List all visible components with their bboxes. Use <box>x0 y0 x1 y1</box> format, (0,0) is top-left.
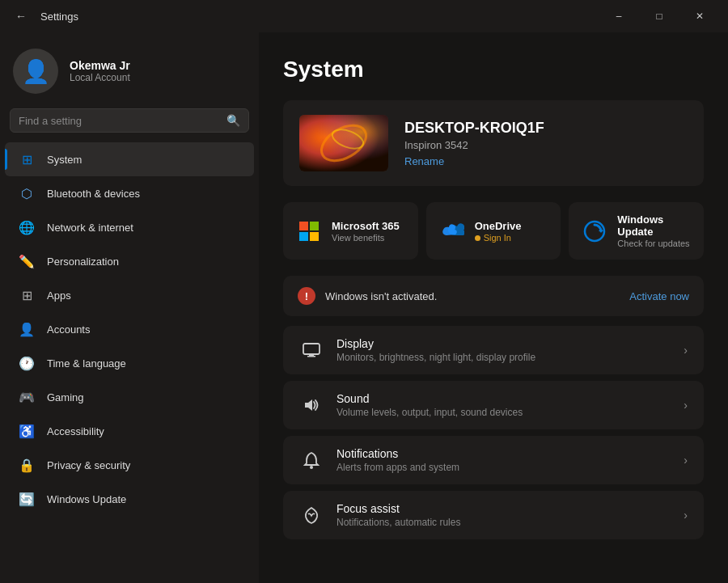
app-title: Settings <box>40 11 78 23</box>
sidebar-label-gaming: Gaming <box>47 391 84 403</box>
activation-message: Windows isn't activated. <box>325 290 437 302</box>
display-text: Display Monitors, brightness, night ligh… <box>336 337 671 363</box>
svg-point-14 <box>310 466 313 469</box>
activation-banner: ! Windows isn't activated. Activate now <box>283 276 704 316</box>
sidebar-label-windowsupdate: Windows Update <box>47 493 126 505</box>
sidebar-item-apps[interactable]: ⊞ Apps <box>5 278 254 312</box>
back-button[interactable]: ← <box>10 5 32 27</box>
svg-rect-5 <box>310 222 319 230</box>
sidebar-item-bluetooth[interactable]: ⬡ Bluetooth & devices <box>5 176 254 210</box>
sidebar-item-time[interactable]: 🕐 Time & language <box>5 346 254 380</box>
sidebar-item-accessibility[interactable]: ♿ Accessibility <box>5 414 254 448</box>
title-bar-left: ← Settings <box>10 5 78 27</box>
quick-links: Microsoft 365 View benefits OneDrive Sig… <box>283 202 704 260</box>
sidebar-item-gaming[interactable]: 🎮 Gaming <box>5 380 254 414</box>
sidebar-label-privacy: Privacy & security <box>47 459 130 471</box>
quicklink-windowsupdate[interactable]: Windows Update Check for updates <box>569 202 704 260</box>
device-model: Inspiron 3542 <box>404 139 544 151</box>
apps-icon: ⊞ <box>18 286 36 304</box>
accessibility-icon: ♿ <box>18 422 36 440</box>
sidebar-label-system: System <box>47 154 82 166</box>
content-area: System <box>259 32 728 583</box>
search-icon[interactable]: 🔍 <box>226 114 240 127</box>
notifications-subtitle: Alerts from apps and system <box>336 462 671 473</box>
user-icon: 👤 <box>22 58 50 85</box>
svg-rect-11 <box>309 354 314 356</box>
device-thumbnail <box>299 115 388 171</box>
sidebar-item-windowsupdate[interactable]: 🔄 Windows Update <box>5 482 254 516</box>
sidebar-label-accounts: Accounts <box>47 323 90 336</box>
rename-button[interactable]: Rename <box>404 155 544 167</box>
window-controls: – □ ✕ <box>600 3 718 29</box>
windowsupdate-ql-info: Windows Update Check for updates <box>617 213 691 248</box>
sound-text: Sound Volume levels, output, input, soun… <box>336 392 671 418</box>
minimize-button[interactable]: – <box>600 3 637 29</box>
search-container: 🔍 <box>0 108 259 142</box>
notifications-title: Notifications <box>336 447 671 460</box>
settings-row-focusassist[interactable]: Focus assist Notifications, automatic ru… <box>283 491 704 539</box>
focusassist-title: Focus assist <box>336 502 671 515</box>
notifications-text: Notifications Alerts from apps and syste… <box>336 447 671 473</box>
sidebar-item-privacy[interactable]: 🔒 Privacy & security <box>5 448 254 482</box>
sidebar-item-network[interactable]: 🌐 Network & internet <box>5 210 254 244</box>
sidebar-item-personalization[interactable]: ✏️ Personalization <box>5 244 254 278</box>
device-name: DESKTOP-KROIQ1F <box>404 120 544 137</box>
microsoft365-title: Microsoft 365 <box>332 220 400 232</box>
sidebar-nav: ⊞ System ⬡ Bluetooth & devices 🌐 Network… <box>0 142 259 516</box>
sidebar: 👤 Okemwa Jr Local Account 🔍 ⊞ System ⬡ B… <box>0 32 259 583</box>
maximize-button[interactable]: □ <box>641 3 678 29</box>
activate-now-button[interactable]: Activate now <box>629 290 689 302</box>
windowsupdate-ql-title: Windows Update <box>617 213 691 238</box>
settings-row-notifications[interactable]: Notifications Alerts from apps and syste… <box>283 436 704 484</box>
windowsupdate-ql-icon <box>582 218 607 244</box>
focusassist-text: Focus assist Notifications, automatic ru… <box>336 502 671 528</box>
device-info: DESKTOP-KROIQ1F Inspiron 3542 Rename <box>404 120 544 167</box>
quicklink-microsoft365[interactable]: Microsoft 365 View benefits <box>283 202 418 260</box>
display-icon <box>299 338 324 362</box>
quicklink-onedrive[interactable]: OneDrive Sign In <box>426 202 561 260</box>
device-card: DESKTOP-KROIQ1F Inspiron 3542 Rename <box>283 100 704 186</box>
display-subtitle: Monitors, brightness, night light, displ… <box>336 352 671 363</box>
system-icon: ⊞ <box>18 150 36 168</box>
title-bar: ← Settings – □ ✕ <box>0 0 728 32</box>
microsoft365-sub: View benefits <box>332 233 400 243</box>
svg-rect-12 <box>307 356 315 357</box>
time-icon: 🕐 <box>18 354 36 372</box>
search-box: 🔍 <box>10 108 249 133</box>
sound-title: Sound <box>336 392 671 405</box>
svg-rect-4 <box>299 222 308 230</box>
sound-icon <box>299 393 324 417</box>
sidebar-label-network: Network & internet <box>47 222 133 234</box>
search-input[interactable] <box>19 115 220 127</box>
microsoft365-info: Microsoft 365 View benefits <box>332 220 400 243</box>
sidebar-item-accounts[interactable]: 👤 Accounts <box>5 312 254 346</box>
personalization-icon: ✏️ <box>18 252 36 270</box>
activation-left: ! Windows isn't activated. <box>298 287 437 305</box>
svg-rect-1 <box>299 115 388 171</box>
sound-chevron: › <box>684 399 688 412</box>
svg-rect-7 <box>310 232 319 241</box>
page-title: System <box>283 57 704 82</box>
user-profile[interactable]: 👤 Okemwa Jr Local Account <box>0 32 259 108</box>
microsoft365-icon <box>296 218 322 244</box>
close-button[interactable]: ✕ <box>681 3 718 29</box>
settings-row-sound[interactable]: Sound Volume levels, output, input, soun… <box>283 381 704 429</box>
display-chevron: › <box>684 344 688 357</box>
settings-row-display[interactable]: Display Monitors, brightness, night ligh… <box>283 326 704 374</box>
windowsupdate-icon: 🔄 <box>18 490 36 508</box>
svg-rect-10 <box>303 344 320 354</box>
user-info: Okemwa Jr Local Account <box>70 59 130 83</box>
main-container: 👤 Okemwa Jr Local Account 🔍 ⊞ System ⬡ B… <box>0 32 728 583</box>
display-title: Display <box>336 337 671 350</box>
onedrive-sub: Sign In <box>475 233 522 243</box>
sidebar-item-system[interactable]: ⊞ System <box>5 142 254 176</box>
settings-rows: Display Monitors, brightness, night ligh… <box>283 326 704 539</box>
sidebar-label-personalization: Personalization <box>47 256 119 268</box>
focusassist-icon <box>299 503 324 527</box>
onedrive-info: OneDrive Sign In <box>475 220 522 243</box>
accounts-icon: 👤 <box>18 320 36 338</box>
activation-warning-icon: ! <box>298 287 315 305</box>
sidebar-label-apps: Apps <box>47 289 71 302</box>
network-icon: 🌐 <box>18 218 36 236</box>
user-name: Okemwa Jr <box>70 59 130 72</box>
